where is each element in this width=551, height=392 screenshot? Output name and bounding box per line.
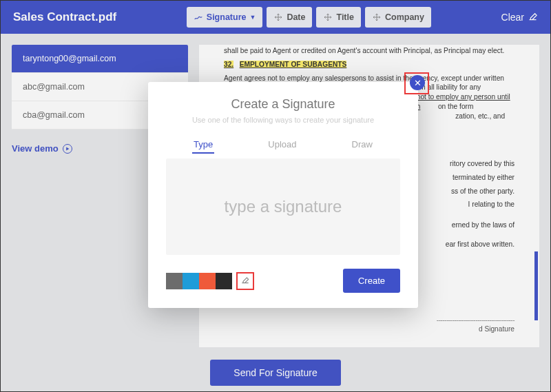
signature-input-area[interactable]: type a signature	[166, 158, 400, 255]
color-swatch-gray[interactable]	[166, 273, 183, 289]
color-swatches	[166, 272, 254, 290]
close-button[interactable]: ✕	[410, 75, 425, 90]
color-swatch-blue[interactable]	[183, 273, 199, 289]
tab-upload[interactable]: Upload	[267, 136, 298, 154]
modal-tabs: Type Upload Draw	[166, 136, 400, 154]
create-button[interactable]: Create	[343, 269, 400, 293]
eraser-button[interactable]	[236, 272, 254, 290]
modal-subtitle: Use one of the following ways to create …	[166, 116, 400, 124]
create-signature-modal: ✕ Create a Signature Use one of the foll…	[148, 82, 418, 308]
tab-type[interactable]: Type	[192, 136, 214, 154]
eraser-icon	[240, 275, 250, 287]
modal-footer: Create	[166, 269, 400, 293]
color-swatch-red[interactable]	[199, 273, 216, 289]
color-swatch-black[interactable]	[216, 273, 232, 289]
signature-placeholder: type a signature	[225, 197, 342, 216]
close-icon: ✕	[414, 78, 422, 88]
tab-draw[interactable]: Draw	[351, 136, 374, 154]
modal-title: Create a Signature	[166, 97, 400, 112]
